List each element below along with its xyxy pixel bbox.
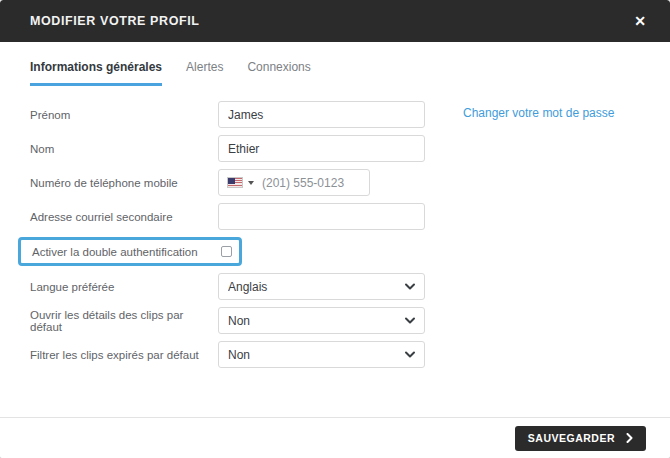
open-clip-details-select[interactable]: Non (218, 307, 425, 334)
edit-profile-modal: MODIFIER VOTRE PROFIL ✕ Informations gén… (0, 0, 670, 458)
tab-bar: Informations générales Alertes Connexion… (30, 60, 640, 86)
phone-input-group (218, 169, 370, 196)
phone-row: Numéro de téléphone mobile (30, 169, 640, 196)
secondary-email-row: Adresse courriel secondaire (30, 203, 640, 230)
last-name-label: Nom (30, 143, 218, 155)
secondary-email-label: Adresse courriel secondaire (30, 211, 218, 223)
secondary-email-input[interactable] (218, 203, 425, 230)
modal-body: Informations générales Alertes Connexion… (0, 42, 670, 417)
language-label: Langue préférée (30, 281, 218, 293)
open-clip-details-row: Ouvrir les détails des clips par défaut … (30, 307, 640, 334)
first-name-label: Prénom (30, 109, 218, 121)
close-icon[interactable]: ✕ (634, 14, 646, 28)
save-button-label: SAUVEGARDER (528, 432, 615, 444)
tab-informations-generales[interactable]: Informations générales (30, 60, 162, 86)
language-select-wrap: Anglais (218, 273, 425, 300)
two-factor-label: Activer la double authentification (32, 246, 198, 258)
save-button[interactable]: SAUVEGARDER (515, 426, 646, 451)
caret-down-icon[interactable] (248, 181, 254, 185)
two-factor-row: Activer la double authentification (30, 237, 640, 266)
open-clip-details-select-wrap: Non (218, 307, 425, 334)
filter-expired-clips-label: Filtrer les clips expirés par défaut (30, 349, 218, 361)
language-row: Langue préférée Anglais (30, 273, 640, 300)
language-select[interactable]: Anglais (218, 273, 425, 300)
modal-footer: SAUVEGARDER (0, 417, 670, 458)
phone-input[interactable] (262, 176, 361, 190)
filter-expired-clips-select-wrap: Non (218, 341, 425, 368)
us-flag-icon[interactable] (227, 177, 243, 188)
modal-header: MODIFIER VOTRE PROFIL ✕ (0, 0, 670, 42)
last-name-input[interactable] (218, 135, 425, 162)
filter-expired-clips-select[interactable]: Non (218, 341, 425, 368)
two-factor-highlight-box: Activer la double authentification (18, 237, 242, 266)
filter-expired-clips-row: Filtrer les clips expirés par défaut Non (30, 341, 640, 368)
tab-alertes[interactable]: Alertes (186, 60, 223, 86)
first-name-input[interactable] (218, 101, 425, 128)
last-name-row: Nom (30, 135, 640, 162)
modal-title: MODIFIER VOTRE PROFIL (30, 14, 200, 28)
chevron-right-icon (626, 433, 633, 443)
tab-connexions[interactable]: Connexions (247, 60, 310, 86)
phone-label: Numéro de téléphone mobile (30, 177, 218, 189)
change-password-link[interactable]: Changer votre mot de passe (463, 106, 614, 120)
two-factor-checkbox[interactable] (221, 246, 232, 257)
open-clip-details-label: Ouvrir les détails des clips par défaut (30, 309, 218, 333)
